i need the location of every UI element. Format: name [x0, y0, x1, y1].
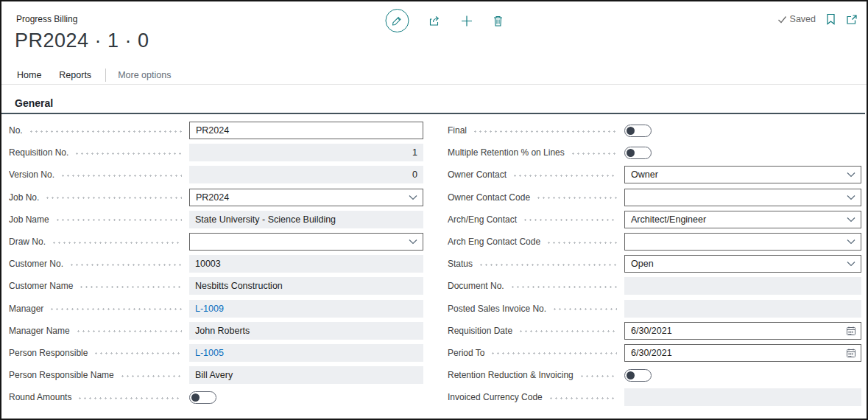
dotted-leader [518, 330, 617, 332]
dotted-leader [523, 219, 617, 221]
field-row-final: Final [448, 119, 861, 141]
arch-eng-contact-combobox[interactable]: Architect/Engineer [624, 211, 861, 228]
owner-contact-combobox[interactable]: Owner [624, 166, 861, 183]
bookmark-button[interactable] [826, 13, 836, 25]
requisition-date-label: Requisition Date [448, 326, 624, 336]
general-section-header[interactable]: General [15, 97, 53, 109]
version-no-field: 0 [189, 166, 423, 183]
tab-home[interactable]: Home [17, 70, 41, 80]
job-name-label: Job Name [9, 214, 189, 225]
field-row-posted-sales-invoice-no: Posted Sales Invoice No. [448, 298, 861, 320]
requisition-no-field: 1 [189, 144, 423, 161]
plus-icon [460, 15, 473, 27]
field-row-arch-eng-contact: Arch/Eng ContactArchitect/Engineer [448, 209, 861, 231]
round-amounts-label: Round Amounts [9, 392, 189, 402]
field-row-no: No.PR2024 [9, 119, 423, 141]
requisition-date-date-input[interactable]: 6/30/2021 [624, 322, 861, 340]
field-row-customer-name: Customer NameNesbitts Construction [9, 275, 423, 297]
person-responsible-name-field: Bill Avery [189, 366, 423, 384]
field-row-person-responsible: Person ResponsibleL-1005 [9, 342, 423, 364]
owner-contact-code-combobox[interactable] [624, 189, 861, 206]
field-row-person-responsible-name: Person Responsible NameBill Avery [9, 364, 423, 386]
dotted-leader [29, 130, 182, 133]
dotted-leader [548, 397, 617, 399]
header-right-area: Saved [777, 13, 858, 25]
chevron-down-icon [847, 262, 855, 267]
field-row-manager-name: Manager NameJohn Roberts [9, 320, 423, 342]
chevron-down-icon [847, 172, 855, 178]
field-row-draw-no: Draw No. [9, 231, 423, 253]
section-divider [1, 113, 865, 114]
dotted-leader [490, 352, 617, 354]
arch-eng-contact-code-label: Arch Eng Contact Code [448, 237, 624, 247]
dotted-leader [479, 264, 617, 266]
dotted-leader [79, 286, 182, 288]
new-button[interactable] [460, 15, 473, 27]
retention-reduction-toggle[interactable] [624, 369, 652, 382]
field-row-owner-contact: Owner ContactOwner [448, 164, 861, 186]
final-label: Final [448, 125, 624, 136]
save-status: Saved [777, 14, 816, 24]
dotted-leader [77, 397, 182, 399]
tab-reports[interactable]: Reports [59, 70, 91, 80]
share-button[interactable] [428, 14, 441, 27]
period-to-date-input[interactable]: 6/30/2021 [624, 344, 861, 362]
field-row-requisition-date: Requisition Date6/30/2021 [448, 320, 861, 342]
field-row-status: StatusOpen [448, 253, 861, 275]
dotted-leader [60, 175, 182, 177]
job-no-combobox[interactable]: PR2024 [189, 189, 423, 206]
dotted-leader [52, 242, 182, 244]
dotted-leader [552, 308, 617, 310]
status-combobox[interactable]: Open [624, 255, 861, 273]
field-row-round-amounts: Round Amounts [9, 386, 423, 408]
field-row-version-no: Version No.0 [9, 164, 423, 186]
field-row-arch-eng-contact-code: Arch Eng Contact Code [448, 231, 861, 253]
round-amounts-toggle[interactable] [189, 391, 216, 404]
field-row-document-no: Document No. [448, 275, 861, 297]
check-icon [777, 15, 787, 24]
person-responsible-name-label: Person Responsible Name [9, 370, 189, 380]
action-bar-tabs: Home Reports More options [1, 66, 867, 85]
page-caption: Progress Billing [16, 14, 77, 24]
no-input[interactable]: PR2024 [189, 122, 423, 139]
field-row-customer-no: Customer No.10003 [9, 253, 423, 275]
requisition-no-label: Requisition No. [9, 147, 189, 158]
manager-name-field: John Roberts [189, 322, 423, 340]
dotted-leader [74, 153, 182, 155]
dotted-leader [579, 375, 617, 377]
delete-button[interactable] [492, 15, 504, 27]
no-label: No. [9, 125, 189, 136]
calendar-icon[interactable] [846, 348, 856, 358]
chevron-down-icon [847, 217, 855, 222]
field-row-period-to: Period To6/30/2021 [448, 342, 861, 364]
owner-contact-code-label: Owner Contact Code [448, 192, 624, 203]
dotted-leader [45, 197, 182, 199]
edit-button[interactable] [385, 9, 409, 32]
field-row-invoiced-currency-code: Invoiced Currency Code [448, 386, 861, 408]
action-toolbar [385, 7, 504, 34]
tab-more-options[interactable]: More options [118, 70, 171, 80]
open-in-new-window-icon [846, 14, 858, 25]
manager-field[interactable]: L-1009 [189, 300, 423, 318]
form-column-right: FinalMultiple Retention % on LinesOwner … [448, 119, 861, 408]
page-title: PR2024 · 1 · 0 [15, 29, 149, 52]
job-name-field: State University - Science Building [189, 211, 423, 228]
draw-no-combobox[interactable] [189, 233, 423, 251]
final-toggle[interactable] [624, 125, 652, 137]
field-row-job-no: Job No.PR2024 [9, 186, 423, 209]
chevron-down-icon [409, 239, 417, 245]
general-form: No.PR2024Requisition No.1Version No.0Job… [9, 119, 861, 408]
share-icon [428, 14, 441, 27]
field-row-manager: ManagerL-1009 [9, 298, 423, 320]
open-in-new-window-button[interactable] [846, 14, 858, 25]
field-row-multiple-retention: Multiple Retention % on Lines [448, 141, 861, 164]
dotted-leader [546, 242, 617, 244]
multiple-retention-toggle[interactable] [624, 147, 652, 159]
arch-eng-contact-code-combobox[interactable] [624, 233, 861, 251]
invoiced-currency-code-label: Invoiced Currency Code [448, 392, 624, 402]
pencil-icon [385, 9, 409, 32]
person-responsible-field[interactable]: L-1005 [189, 344, 423, 362]
owner-contact-label: Owner Contact [448, 169, 624, 180]
status-label: Status [448, 259, 624, 269]
calendar-icon[interactable] [846, 326, 856, 336]
